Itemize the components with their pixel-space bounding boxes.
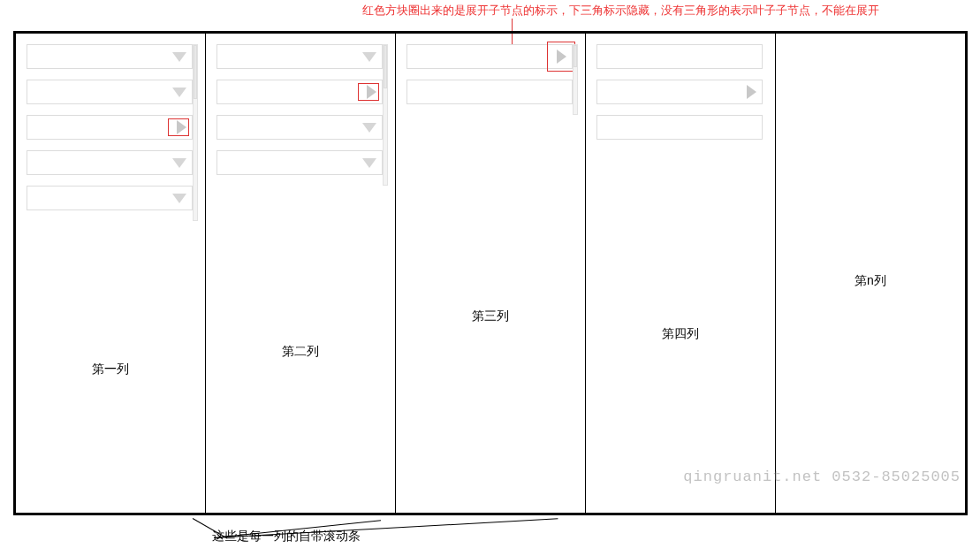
scrollbar[interactable] [193,44,198,221]
column-label: 第四列 [586,156,775,513]
chevron-down-icon[interactable] [172,88,186,97]
tree-node[interactable] [27,186,193,210]
tree-node[interactable] [27,80,193,104]
bottom-annotation: 这些是每一列的自带滚动条 [212,529,361,545]
tree-node[interactable] [217,44,383,69]
tree-node-leaf[interactable] [406,80,573,104]
column-label-text: 第四列 [662,326,699,342]
tree-node[interactable] [27,44,193,69]
column-label-text: 第三列 [472,308,509,324]
tree-node[interactable] [27,115,193,140]
column-2-scroll-area [211,39,390,191]
tree-node[interactable] [217,115,383,140]
top-annotation-text: 红色方块圈出来的是展开子节点的标示，下三角标示隐藏，没有三角形的表示叶子子节点，… [362,4,879,17]
column-3-scroll-area [401,39,580,120]
top-annotation: 红色方块圈出来的是展开子节点的标示，下三角标示隐藏，没有三角形的表示叶子子节点，… [362,3,879,19]
scrollbar[interactable] [383,44,388,186]
tree-node[interactable] [596,80,763,104]
column-n: 第n列 [776,34,965,513]
column-label-text: 第一列 [92,362,129,377]
column-label: 第一列 [16,226,205,513]
chevron-down-icon[interactable] [362,123,376,133]
column-label: 第三列 [396,120,585,513]
column-4: 第四列 [586,34,776,513]
tree-node-leaf[interactable] [596,44,763,69]
chevron-down-icon[interactable] [172,52,186,62]
chevron-down-icon[interactable] [362,52,376,62]
chevron-right-icon[interactable] [557,50,566,64]
chevron-right-icon[interactable] [177,120,186,134]
tree-node[interactable] [406,44,573,69]
column-1-scroll-area [21,39,200,226]
column-1: 第一列 [16,34,206,513]
diagram-frame: 第一列 第二列 [13,31,968,515]
chevron-down-icon[interactable] [172,158,186,168]
chevron-down-icon[interactable] [172,194,186,203]
column-n-scroll-area [781,39,960,50]
column-4-scroll-area [591,39,770,156]
tree-node[interactable] [27,150,193,175]
tree-node[interactable] [217,80,383,104]
chevron-down-icon[interactable] [362,158,376,168]
tree-node-leaf[interactable] [596,115,763,140]
chevron-right-icon[interactable] [747,85,756,99]
column-3: 第三列 [396,34,586,513]
column-label-text: 第二列 [282,344,319,360]
column-label: 第n列 [776,50,965,513]
chevron-right-icon[interactable] [367,85,376,99]
bottom-annotation-text: 这些是每一列的自带滚动条 [212,529,361,543]
column-label-text: 第n列 [855,273,886,289]
tree-node[interactable] [217,150,383,175]
column-label: 第二列 [206,191,395,513]
scrollbar[interactable] [573,44,578,115]
column-2: 第二列 [206,34,396,513]
